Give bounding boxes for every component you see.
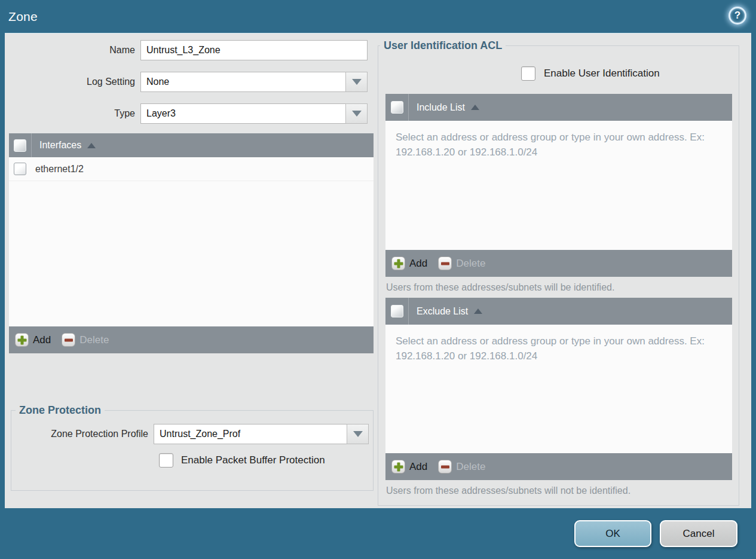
log-setting-combo <box>140 72 368 92</box>
delete-button-label: Delete <box>79 334 109 346</box>
type-combo <box>140 103 368 124</box>
plus-icon <box>391 460 405 474</box>
exclude-list-header-label[interactable]: Exclude List <box>409 306 468 317</box>
exclude-list-add-button[interactable]: Add <box>391 460 427 474</box>
zone-protection-profile-row: Zone Protection Profile <box>11 424 373 444</box>
minus-icon <box>62 333 75 347</box>
add-button-label: Add <box>409 461 427 473</box>
include-list-header: Include List <box>385 94 732 121</box>
interfaces-add-button[interactable]: Add <box>15 333 51 347</box>
exclude-list-placeholder: Select an address or address group or ty… <box>385 325 732 363</box>
delete-button-label: Delete <box>456 258 485 270</box>
dialog-footer: OK Cancel <box>574 508 737 559</box>
include-list-table: Include List Select an address or addres… <box>385 94 732 277</box>
name-row: Name <box>5 40 378 60</box>
packet-buffer-label: Enable Packet Buffer Protection <box>181 454 325 466</box>
interfaces-select-all-checkbox[interactable] <box>14 139 26 152</box>
packet-buffer-checkbox[interactable] <box>159 453 173 468</box>
zone-dialog: Zone ? Name Log Setting Type <box>0 0 756 559</box>
table-row[interactable]: ethernet1/2 <box>9 157 374 181</box>
chevron-down-icon <box>352 111 362 117</box>
packet-buffer-row: Enable Packet Buffer Protection <box>159 453 373 468</box>
dialog-titlebar: Zone <box>0 0 756 33</box>
minus-icon <box>438 460 452 474</box>
type-dropdown-button[interactable] <box>345 103 368 124</box>
include-list-header-label[interactable]: Include List <box>409 102 465 113</box>
include-list-delete-button[interactable]: Delete <box>438 256 485 270</box>
plus-icon <box>391 256 405 270</box>
add-button-label: Add <box>33 334 51 346</box>
add-button-label: Add <box>409 258 427 270</box>
enable-user-identification-row: Enable User Identification <box>521 66 739 81</box>
name-input[interactable] <box>140 40 368 60</box>
delete-button-label: Delete <box>456 461 485 473</box>
dialog-title: Zone <box>8 10 38 24</box>
enable-user-identification-label: Enable User Identification <box>544 68 660 80</box>
exclude-list-header-checkbox-cell <box>385 298 409 325</box>
exclude-list-delete-button[interactable]: Delete <box>438 460 485 474</box>
type-label: Type <box>5 108 140 119</box>
zone-protection-legend: Zone Protection <box>16 404 105 417</box>
help-icon-glyph: ? <box>734 10 740 22</box>
interface-row-checkbox[interactable] <box>14 163 26 175</box>
log-setting-label: Log Setting <box>5 77 140 87</box>
sort-ascending-icon[interactable] <box>474 308 482 314</box>
interfaces-footer: Add Delete <box>9 326 374 353</box>
log-setting-row: Log Setting <box>5 72 378 92</box>
include-list-footer: Add Delete <box>385 250 732 277</box>
sort-ascending-icon[interactable] <box>471 105 479 110</box>
chevron-down-icon <box>352 79 362 85</box>
plus-icon <box>15 333 29 347</box>
include-list-placeholder: Select an address or address group or ty… <box>385 121 732 160</box>
exclude-list-caption: Users from these addresses/subnets will … <box>386 485 739 496</box>
exclude-list-header: Exclude List <box>385 298 732 325</box>
interfaces-delete-button[interactable]: Delete <box>62 333 109 347</box>
name-label: Name <box>5 45 140 56</box>
log-setting-dropdown-button[interactable] <box>345 72 368 92</box>
interfaces-header-label[interactable]: Interfaces <box>32 140 81 151</box>
interfaces-body: ethernet1/2 <box>9 157 374 326</box>
user-identification-acl-fieldset: User Identification ACL Enable User Iden… <box>378 39 739 506</box>
zone-protection-fieldset: Zone Protection Zone Protection Profile … <box>11 404 374 491</box>
interfaces-table: Interfaces ethernet1/2 Add <box>9 133 374 353</box>
exclude-list-footer: Add Delete <box>385 453 732 480</box>
interfaces-header-checkbox-cell <box>9 133 32 157</box>
include-list-select-all-checkbox[interactable] <box>391 101 403 114</box>
zone-protection-profile-combo <box>154 424 369 444</box>
zone-protection-profile-label: Zone Protection Profile <box>11 429 154 439</box>
left-pane: Name Log Setting Type <box>5 33 378 508</box>
user-identification-acl-legend: User Identification ACL <box>380 39 506 52</box>
dialog-content: Name Log Setting Type <box>5 33 751 508</box>
sort-ascending-icon[interactable] <box>87 143 96 148</box>
exclude-list-select-all-checkbox[interactable] <box>391 305 403 317</box>
type-input[interactable] <box>140 103 345 124</box>
interface-name: ethernet1/2 <box>35 164 84 175</box>
zone-protection-profile-input[interactable] <box>154 424 347 444</box>
ok-button[interactable]: OK <box>574 520 651 547</box>
include-list-header-checkbox-cell <box>385 94 409 121</box>
zone-protection-profile-dropdown-button[interactable] <box>347 424 369 444</box>
minus-icon <box>438 256 452 270</box>
cancel-button[interactable]: Cancel <box>660 520 737 547</box>
log-setting-input[interactable] <box>140 72 345 92</box>
interfaces-header: Interfaces <box>9 133 374 157</box>
chevron-down-icon <box>353 431 363 437</box>
exclude-list-body[interactable]: Select an address or address group or ty… <box>385 325 732 453</box>
enable-user-identification-checkbox[interactable] <box>521 66 535 81</box>
include-list-body[interactable]: Select an address or address group or ty… <box>385 121 732 250</box>
include-list-add-button[interactable]: Add <box>391 256 427 270</box>
type-row: Type <box>5 103 378 124</box>
include-list-caption: Users from these addresses/subnets will … <box>386 282 739 293</box>
help-icon[interactable]: ? <box>729 7 746 25</box>
exclude-list-table: Exclude List Select an address or addres… <box>385 298 732 480</box>
